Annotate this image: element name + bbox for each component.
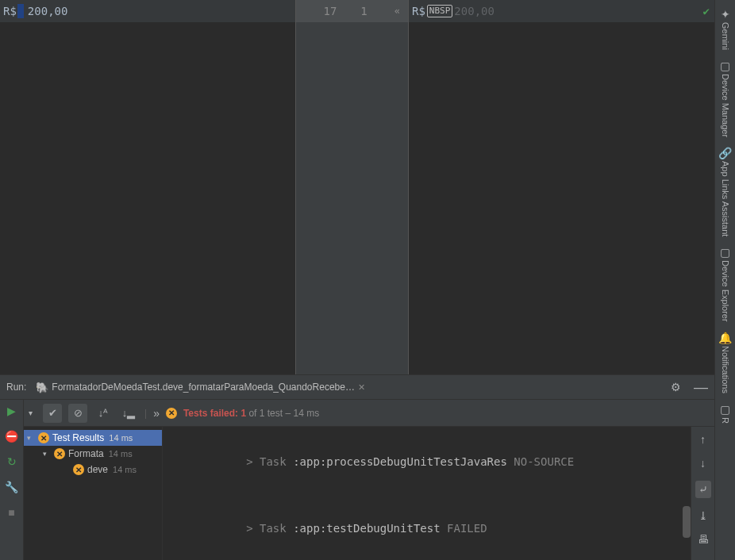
tool-label: R — [721, 417, 730, 424]
device-icon: ▢ — [720, 59, 730, 72]
run-config-name: FormatadorDeMoedaTest.deve_formatarParaM… — [52, 382, 355, 393]
sort-duration-icon[interactable]: ↓▂ — [119, 404, 138, 423]
rerun-icon[interactable]: ▶ — [7, 405, 16, 417]
tree-node2-label: deve — [87, 464, 108, 475]
show-ignored-icon[interactable]: ⊘ — [68, 404, 87, 423]
tree-root-time: 14 ms — [109, 433, 133, 443]
minimize-icon[interactable]: — — [694, 379, 708, 396]
nbsp-visualizer: NBSP — [427, 5, 453, 17]
tool-label: Notifications — [721, 346, 730, 393]
tool-label: Device Explorer — [721, 260, 730, 322]
run-tool-header: Run: 🐘 FormatadorDeMoedaTest.deve_format… — [0, 374, 714, 400]
scroll-to-end-icon[interactable]: ⤓ — [698, 509, 708, 522]
test-toolbar: ▾ ✔ ⊘ ↓ᴬ ↓▂ | » ✕ Tests failed: 1 of 1 t… — [24, 400, 714, 427]
diff-gutter: 17 1 « — [296, 0, 409, 374]
close-tab-icon[interactable]: ✕ — [358, 382, 365, 393]
diff-right-pane[interactable]: R$ NBSP 200 , 00 ✔ — [409, 0, 714, 374]
failed-badge-icon: ✕ — [166, 408, 177, 419]
tests-failed-count: 1 — [241, 408, 246, 419]
run-side-toolbar: ▶ ⛔ ↻ 🔧 ■ — [0, 400, 24, 560]
console-scrollbar-thumb[interactable] — [683, 506, 691, 538]
diff-left-value: 200,00 — [25, 5, 68, 17]
failed-badge-icon: ✕ — [54, 448, 65, 459]
rerun-failed-icon[interactable]: ⛔ — [5, 430, 18, 443]
sort-alpha-icon[interactable]: ↓ᴬ — [94, 404, 113, 423]
print-icon[interactable]: 🖶 — [698, 533, 709, 546]
console-text: FAILED — [441, 522, 487, 535]
console-text: NO-SOURCE — [507, 455, 574, 468]
run-configuration-tab[interactable]: 🐘 FormatadorDeMoedaTest.deve_formatarPar… — [33, 380, 368, 395]
diff-right-value-a: 200 — [454, 5, 474, 17]
tree-node2-time: 14 ms — [113, 465, 137, 474]
tool-label: Device Manager — [721, 74, 730, 137]
square-icon: ▢ — [720, 403, 730, 416]
show-passed-icon[interactable]: ✔ — [43, 404, 62, 423]
tool-app-links[interactable]: 🔗 App Links Assistant — [718, 144, 732, 240]
stop-icon[interactable]: ■ — [8, 506, 14, 519]
diff-right-prefix: R$ — [409, 5, 425, 17]
console-text: :app:testDebugUnitTest — [293, 522, 440, 535]
tool-device-manager[interactable]: ▢ Device Manager — [720, 56, 730, 140]
gradle-icon: 🐘 — [36, 382, 48, 393]
collapse-all-icon[interactable]: ▾ — [29, 408, 37, 417]
console-text: > Task — [246, 455, 293, 468]
accept-chevrons-icon[interactable]: « — [394, 6, 400, 17]
diff-left-prefix: R$ — [0, 5, 17, 17]
tool-label: Gemini — [721, 22, 730, 50]
run-label: Run: — [6, 382, 26, 393]
device-icon: ▢ — [720, 246, 730, 259]
inspection-ok-icon[interactable]: ✔ — [703, 5, 710, 17]
tree-node1-label: Formata — [68, 448, 104, 459]
console-side-toolbar: ↑ ↓ ⤶ ⤓ 🖶 — [691, 427, 714, 560]
tool-label: App Links Assistant — [721, 161, 730, 236]
chevron-down-icon[interactable]: ▾ — [43, 450, 51, 458]
diff-viewer: R$ 200,00 17 1 « R$ NBSP 200 , 00 ✔ — [0, 0, 714, 374]
gear-icon[interactable]: ⚙ — [671, 381, 681, 393]
tree-node-test[interactable]: ✕ deve 14 ms — [24, 462, 162, 478]
link-icon: 🔗 — [718, 147, 732, 159]
test-tree[interactable]: ▾ ✕ Test Results 14 ms ▾ ✕ Formata 14 ms… — [24, 427, 163, 560]
expand-more-icon[interactable]: » — [153, 407, 160, 420]
toggle-auto-test-icon[interactable]: ↻ — [7, 455, 17, 468]
bell-icon: 🔔 — [718, 332, 732, 344]
failed-badge-icon: ✕ — [38, 432, 49, 443]
tree-root-test-results[interactable]: ▾ ✕ Test Results 14 ms — [24, 430, 162, 446]
tree-node1-time: 14 ms — [109, 449, 133, 458]
soft-wrap-icon[interactable]: ⤶ — [695, 481, 711, 498]
failed-badge-icon: ✕ — [73, 464, 84, 475]
chevron-down-icon[interactable]: ▾ — [27, 434, 35, 442]
tree-node-class[interactable]: ▾ ✕ Formata 14 ms — [24, 446, 162, 462]
console-text: :app:processDebugUnitTestJavaRes — [293, 455, 507, 468]
tool-extra[interactable]: ▢ R — [720, 400, 730, 427]
diff-right-sep: , — [475, 5, 481, 17]
tree-root-label: Test Results — [52, 432, 104, 443]
tool-device-explorer[interactable]: ▢ Device Explorer — [720, 243, 730, 325]
diff-left-space-highlight — [17, 4, 24, 18]
down-stack-icon[interactable]: ↓ — [700, 457, 706, 470]
diff-left-pane[interactable]: R$ 200,00 — [0, 0, 296, 374]
console-output[interactable]: > Task :app:processDebugUnitTestJavaRes … — [163, 427, 691, 560]
diff-right-value-b: 00 — [481, 5, 494, 17]
gutter-column-number: 1 — [360, 5, 367, 17]
tests-summary: of 1 test – 14 ms — [248, 408, 319, 419]
gutter-line-number: 17 — [323, 5, 337, 17]
console-text: > Task — [246, 522, 293, 535]
tool-gemini[interactable]: ✦ Gemini — [721, 5, 730, 53]
tests-failed-label: Tests failed: — [183, 408, 238, 419]
tool-notifications[interactable]: 🔔 Notifications — [718, 328, 732, 397]
sparkle-icon: ✦ — [721, 8, 730, 21]
wrench-icon[interactable]: 🔧 — [5, 481, 18, 493]
up-stack-icon[interactable]: ↑ — [700, 433, 706, 446]
right-tool-strip: ✦ Gemini ▢ Device Manager 🔗 App Links As… — [714, 0, 735, 560]
